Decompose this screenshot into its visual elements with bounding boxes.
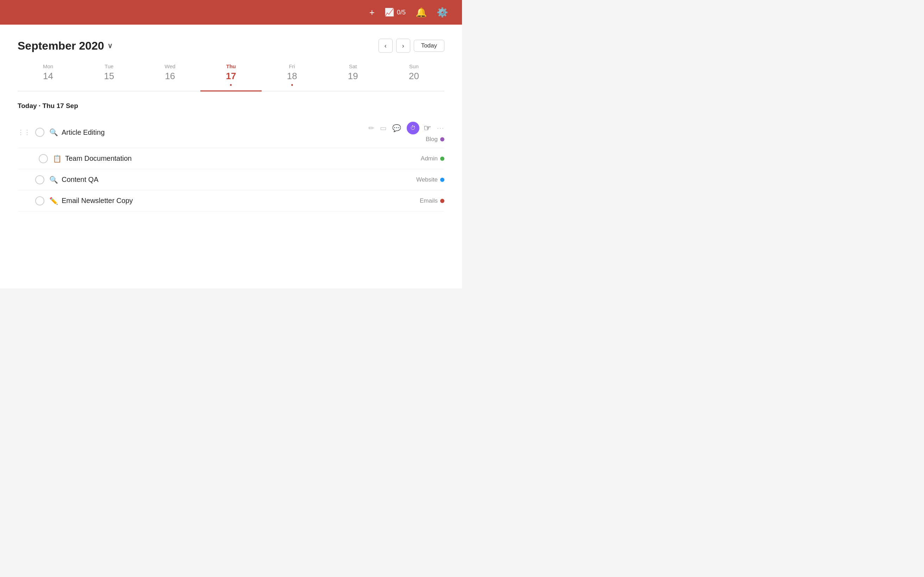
calendar-nav: ‹ › Today bbox=[378, 39, 444, 53]
edit-task-button[interactable]: ✏ bbox=[368, 124, 374, 132]
day-sat[interactable]: Sat 19 bbox=[323, 63, 383, 86]
month-title: September 2020 ∨ bbox=[18, 39, 113, 52]
days-row: Mon 14 Tue 15 Wed 16 Thu 17 Fri 18 Sat 1… bbox=[18, 63, 444, 92]
project-dot-blog bbox=[440, 137, 444, 142]
task-row: ⋮⋮ ✏️ Email Newsletter Copy Emails bbox=[18, 190, 444, 211]
detail-view-button[interactable]: ▭ bbox=[380, 124, 387, 132]
project-name-emails: Emails bbox=[420, 197, 438, 205]
settings-button[interactable]: ⚙️ bbox=[437, 7, 448, 18]
project-badge-website: Website bbox=[416, 176, 444, 183]
day-fri[interactable]: Fri 18 bbox=[262, 63, 323, 86]
today-section-label: Today · Thu 17 Sep bbox=[18, 102, 444, 110]
task-checkbox-email-newsletter[interactable] bbox=[35, 196, 44, 205]
app-header: + 📈 0/5 🔔 ⚙️ bbox=[0, 0, 462, 25]
calendar-header: September 2020 ∨ ‹ › Today bbox=[18, 39, 444, 53]
task-name-email-newsletter: Email Newsletter Copy bbox=[61, 197, 420, 205]
project-dot-website bbox=[440, 178, 444, 182]
progress-icon: 📈 bbox=[384, 8, 394, 17]
day-tue[interactable]: Tue 15 bbox=[79, 63, 139, 86]
task-right-content-qa: Website bbox=[416, 176, 444, 183]
task-checkbox-article-editing[interactable] bbox=[35, 128, 44, 137]
fri-dot bbox=[291, 84, 293, 86]
task-checkbox-content-qa[interactable] bbox=[35, 175, 44, 184]
drag-handle-icon[interactable]: ⋮⋮ bbox=[18, 129, 30, 136]
project-dot-emails bbox=[440, 199, 444, 203]
task-name-article-editing: Article Editing bbox=[61, 129, 368, 137]
task-controls-article-editing: ✏ ▭ 💬 ⏱ ☞ ··· bbox=[368, 122, 444, 134]
task-row: 📋 Team Documentation Admin bbox=[18, 148, 444, 169]
prev-week-button[interactable]: ‹ bbox=[378, 39, 393, 53]
comment-button[interactable]: 💬 bbox=[392, 124, 401, 132]
project-name-blog: Blog bbox=[426, 136, 438, 143]
timer-icon: ⏱ bbox=[410, 125, 416, 131]
day-wed[interactable]: Wed 16 bbox=[139, 63, 200, 86]
task-name-content-qa: Content QA bbox=[61, 176, 416, 184]
more-options-button[interactable]: ··· bbox=[437, 124, 444, 132]
task-type-icon: 🔍 bbox=[49, 176, 58, 184]
add-button[interactable]: + bbox=[369, 7, 375, 18]
task-right-email-newsletter: Emails bbox=[420, 197, 444, 205]
task-row: ⋮⋮ 🔍 Content QA Website bbox=[18, 169, 444, 190]
task-type-icon: 🔍 bbox=[49, 128, 58, 137]
main-content: September 2020 ∨ ‹ › Today Mon 14 Tue 15… bbox=[0, 25, 462, 288]
project-name-admin: Admin bbox=[421, 155, 438, 162]
month-label: September 2020 bbox=[18, 39, 104, 52]
project-name-website: Website bbox=[416, 176, 438, 183]
next-week-button[interactable]: › bbox=[396, 39, 410, 53]
task-type-icon: ✏️ bbox=[49, 197, 58, 205]
day-sun[interactable]: Sun 20 bbox=[383, 63, 444, 86]
task-name-team-docs: Team Documentation bbox=[65, 155, 421, 163]
day-mon[interactable]: Mon 14 bbox=[18, 63, 79, 86]
today-button[interactable]: Today bbox=[414, 40, 444, 52]
day-thu-today[interactable]: Thu 17 bbox=[200, 63, 261, 92]
task-right-article-editing: ✏ ▭ 💬 ⏱ ☞ ··· Blog bbox=[368, 122, 444, 143]
progress-badge: 📈 0/5 bbox=[384, 8, 405, 17]
project-dot-admin bbox=[440, 156, 444, 161]
project-badge-emails: Emails bbox=[420, 197, 444, 205]
task-checkbox-team-docs[interactable] bbox=[39, 154, 48, 163]
notification-button[interactable]: 🔔 bbox=[415, 7, 427, 18]
month-dropdown-icon[interactable]: ∨ bbox=[107, 42, 113, 50]
progress-label: 0/5 bbox=[397, 9, 405, 16]
project-badge-admin: Admin bbox=[421, 155, 444, 162]
task-type-icon: 📋 bbox=[53, 155, 61, 163]
timer-button-active[interactable]: ⏱ bbox=[407, 122, 419, 134]
task-row: ⋮⋮ 🔍 Article Editing ✏ ▭ 💬 ⏱ ☞ ··· Blog bbox=[18, 117, 444, 148]
cursor-icon: ☞ bbox=[423, 123, 431, 133]
project-badge-blog: Blog bbox=[426, 136, 444, 143]
today-dot bbox=[230, 84, 232, 86]
task-right-team-docs: Admin bbox=[421, 155, 444, 162]
